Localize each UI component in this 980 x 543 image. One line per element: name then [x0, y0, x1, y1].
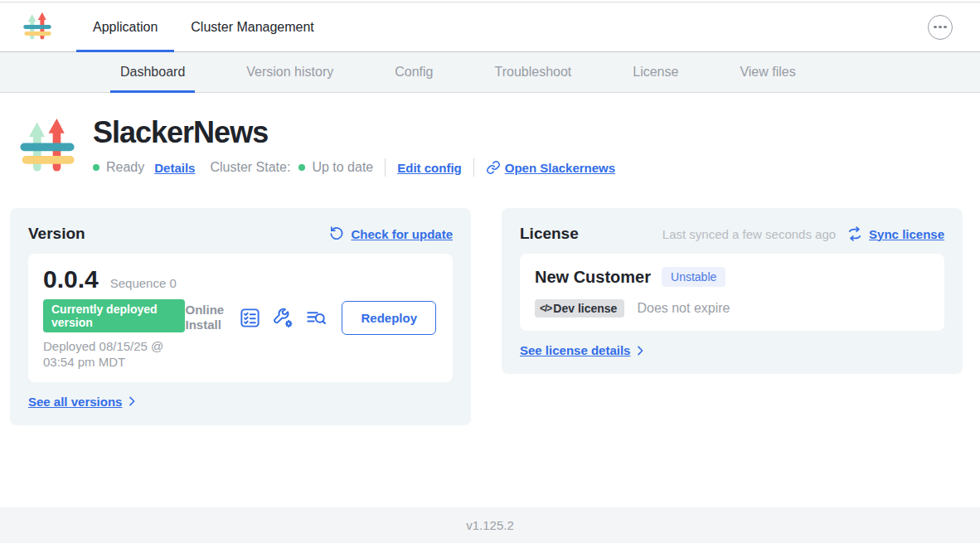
license-card: License Last synced a few seconds ago Sy…	[502, 208, 963, 374]
tab-cluster-management-label: Cluster Management	[191, 20, 314, 35]
open-app-link[interactable]: Open Slackernews	[486, 160, 615, 175]
deployed-timestamp: Deployed 08/15/25 @ 03:54 pm MDT	[43, 339, 185, 371]
subnav-tab-dashboard[interactable]: Dashboard	[110, 52, 195, 92]
subnav-tab-troubleshoot-label: Troubleshoot	[494, 65, 571, 80]
license-panel: New Customer Unstable </> Dev license Do…	[520, 254, 944, 331]
details-link[interactable]: Details	[154, 161, 195, 175]
divider	[473, 158, 474, 177]
config-wrench-icon[interactable]	[272, 307, 294, 329]
slackernews-logo-icon	[22, 9, 53, 46]
sync-license-link[interactable]: Sync license	[847, 225, 944, 242]
license-expiry-text: Does not expire	[637, 301, 730, 316]
license-type-label: Dev license	[553, 302, 617, 315]
version-card-title: Version	[28, 225, 85, 243]
subnav-tab-version-history[interactable]: Version history	[236, 52, 343, 92]
subnav-tab-license[interactable]: License	[623, 52, 688, 92]
version-number: 0.0.4	[43, 265, 99, 293]
header-tabs: Application Cluster Management	[76, 2, 331, 51]
check-for-update-link[interactable]: Check for update	[328, 225, 453, 242]
last-synced-text: Last synced a few seconds ago	[662, 227, 836, 241]
logs-icon[interactable]	[305, 307, 327, 329]
open-app-link-label: Open Slackernews	[505, 161, 615, 175]
link-icon	[486, 160, 501, 175]
sync-icon	[847, 225, 863, 242]
app-status-text: Ready	[106, 160, 144, 175]
version-sequence: Sequence 0	[110, 276, 177, 290]
subnav-tab-dashboard-label: Dashboard	[120, 65, 185, 80]
page-title: SlackerNews	[93, 115, 615, 150]
tab-application-label: Application	[93, 20, 158, 35]
ellipsis-dot	[939, 26, 942, 29]
ellipsis-menu-button[interactable]	[928, 15, 953, 40]
tab-application[interactable]: Application	[76, 2, 174, 51]
license-type-badge: </> Dev license	[535, 299, 624, 318]
code-icon: </>	[540, 303, 551, 314]
app-footer: v1.125.2	[0, 507, 980, 543]
tab-cluster-management[interactable]: Cluster Management	[174, 2, 331, 51]
cluster-state-dot	[298, 164, 305, 171]
console-version: v1.125.2	[466, 518, 514, 532]
subnav-tab-troubleshoot[interactable]: Troubleshoot	[484, 52, 581, 92]
deployed-badge: Currently deployed version	[43, 299, 185, 332]
install-type-label: Online Install	[185, 303, 228, 334]
current-version-panel: 0.0.4 Sequence 0 Currently deployed vers…	[28, 254, 453, 382]
see-all-versions-link[interactable]: See all versions	[28, 395, 122, 409]
app-subnav: Dashboard Version history Config Trouble…	[0, 52, 980, 93]
channel-badge: Unstable	[662, 267, 725, 287]
subnav-tab-config[interactable]: Config	[385, 52, 443, 92]
chevron-right-icon	[125, 395, 138, 408]
subnav-tab-license-label: License	[633, 65, 678, 80]
see-license-details-link[interactable]: See license details	[520, 343, 630, 357]
app-heading: SlackerNews Ready Details Cluster State:…	[0, 93, 980, 184]
subnav-tab-config-label: Config	[395, 65, 433, 80]
cluster-state-label: Cluster State:	[210, 160, 290, 175]
version-card: Version Check for update 0.0.4 Sequence …	[10, 208, 471, 425]
subnav-tab-version-history-label: Version history	[246, 65, 333, 80]
customer-name: New Customer	[535, 268, 651, 287]
app-status-dot	[93, 164, 99, 171]
refresh-icon	[328, 225, 345, 242]
subnav-tab-view-files[interactable]: View files	[730, 52, 805, 92]
slackernews-app-logo	[17, 112, 78, 184]
cluster-state-value: Up to date	[312, 160, 373, 175]
preflight-checks-icon[interactable]	[239, 307, 261, 329]
chevron-right-icon	[633, 344, 647, 357]
edit-config-link[interactable]: Edit config	[397, 161, 462, 175]
ellipsis-dot	[944, 26, 947, 29]
sync-license-label: Sync license	[869, 227, 944, 241]
subnav-tab-view-files-label: View files	[740, 65, 795, 80]
dashboard-cards: Version Check for update 0.0.4 Sequence …	[0, 208, 980, 425]
top-header: Application Cluster Management	[0, 2, 980, 52]
divider	[385, 158, 386, 177]
app-status-row: Ready Details Cluster State: Up to date …	[93, 158, 615, 177]
ellipsis-dot	[934, 26, 937, 29]
redeploy-button[interactable]: Redeploy	[342, 301, 436, 335]
check-for-update-label: Check for update	[351, 227, 453, 241]
license-card-title: License	[520, 225, 579, 243]
